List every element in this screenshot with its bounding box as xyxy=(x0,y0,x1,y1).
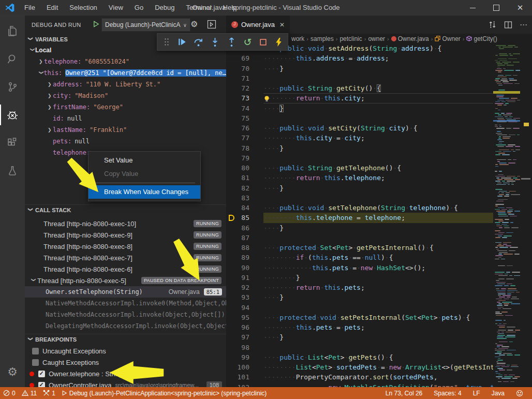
menu-go[interactable]: Go xyxy=(129,0,149,16)
start-debug-icon[interactable] xyxy=(92,20,100,28)
line-number[interactable]: 99 xyxy=(226,352,263,362)
code-line-content[interactable]: ········List<Pet>·sortedPets·=·new·Array… xyxy=(263,362,493,372)
breakpoint-checkbox[interactable] xyxy=(38,382,45,388)
code-line-84[interactable]: 84····public·void·setTelephone(String·te… xyxy=(226,203,520,213)
code-line-94[interactable]: 94 xyxy=(226,303,520,313)
code-line-100[interactable]: 100········List<Pet>·sortedPets·=·new·Ar… xyxy=(226,362,520,372)
code-line-70[interactable]: 70····} xyxy=(226,64,520,73)
tab-owner-java[interactable]: Owner.java ✕ xyxy=(226,16,290,34)
variable-row-this[interactable]: ❯this:Owner@251 "[Owner@7ddce0cd id = [n… xyxy=(25,67,226,79)
status-cursor-position[interactable]: Ln 73, Col 26 xyxy=(382,387,426,399)
code-line-72[interactable]: 72····public·String·getCity()·{ xyxy=(226,83,520,93)
code-line-81[interactable]: 81········return·this.telephone; xyxy=(226,173,520,183)
code-line-content[interactable]: ········return·this.telephone; xyxy=(263,173,493,183)
code-line-content[interactable]: ········if·(this.pets·==·null)·{ xyxy=(263,253,493,262)
sidebar-item-search[interactable] xyxy=(0,48,25,70)
code-line-content[interactable]: ········PropertyComparator.sort(sortedPe… xyxy=(263,372,493,382)
line-number[interactable]: 70 xyxy=(226,64,263,73)
code-line-77[interactable]: 77········this.city·=·city; xyxy=(226,133,520,143)
variable-row-firstname[interactable]: ❯firstName:"George" xyxy=(25,101,226,113)
menu-file[interactable]: File xyxy=(19,0,41,16)
code-line-91[interactable]: 91········} xyxy=(226,273,520,283)
minimize-button[interactable] xyxy=(461,0,484,16)
line-number[interactable]: 82 xyxy=(226,183,263,193)
code-line-74[interactable]: 74····} xyxy=(226,104,520,113)
status-debug-session[interactable]: Debug (Launch)-PetClinicApplication<spri… xyxy=(58,387,270,399)
breakpoint-row[interactable]: Uncaught Exceptions xyxy=(25,345,226,357)
twistie-icon[interactable]: ❯ xyxy=(39,70,44,75)
line-number[interactable]: 100 xyxy=(226,362,263,372)
breakpoint-checkbox[interactable] xyxy=(32,359,39,366)
code-line-content[interactable]: ····} xyxy=(263,64,493,73)
code-line-content[interactable]: ····public·void·setTelephone(String·tele… xyxy=(263,203,493,213)
settings-button[interactable]: ⚙ xyxy=(0,360,25,383)
code-line-content[interactable] xyxy=(263,303,493,313)
menu-edit[interactable]: Edit xyxy=(41,0,64,16)
variable-row-address[interactable]: ❯address:"110 W. Liberty St." xyxy=(25,79,226,90)
breadcrumb-item-getcity[interactable]: getCity() xyxy=(474,35,497,42)
restart-icon[interactable]: ↺ xyxy=(243,37,252,47)
code-line-79[interactable]: 79 xyxy=(226,153,520,163)
status-warnings[interactable]: 11 xyxy=(19,387,40,399)
menu-debug[interactable]: Debug xyxy=(149,0,180,16)
status-indentation[interactable]: Spaces: 4 xyxy=(430,387,465,399)
stack-frame-row[interactable]: DelegatingMethodAccessorImpl.invoke(Obje… xyxy=(25,320,226,332)
debug-config-dropdown[interactable]: Debug (Launch)-PetClinicA ∨ xyxy=(101,18,190,32)
code-line-content[interactable]: ····public·void·setAddress(String·addres… xyxy=(263,43,493,53)
status-errors[interactable]: 0 xyxy=(0,387,19,399)
split-editor-icon[interactable] xyxy=(504,21,512,29)
code-line-content[interactable]: ········this.city·=·city; xyxy=(263,133,493,143)
line-number[interactable]: 87 xyxy=(226,233,263,243)
line-number[interactable]: 93 xyxy=(226,292,263,302)
menu-item-break-when-value-changes[interactable]: Break When Value Changes xyxy=(88,185,200,199)
line-number[interactable]: 80 xyxy=(226,163,263,173)
code-line-83[interactable]: 83 xyxy=(226,193,520,203)
code-line-99[interactable]: 99····public·List<Pet>·getPets()·{ xyxy=(226,352,520,362)
configure-gear-icon[interactable]: ⚙ xyxy=(190,19,198,29)
code-line-78[interactable]: 78····} xyxy=(226,143,520,153)
breadcrumb-item-petclinic[interactable]: petclinic xyxy=(339,35,362,42)
line-number[interactable]: 95 xyxy=(226,313,263,322)
twistie-icon[interactable]: ❯ xyxy=(30,48,35,53)
open-debug-console-icon[interactable] xyxy=(207,20,216,29)
menu-terminal[interactable]: Terminal xyxy=(180,0,217,16)
call-stack-section-header[interactable]: ❯ CALL STACK xyxy=(25,204,226,215)
code-line-content[interactable]: ····} xyxy=(263,143,493,153)
code-line-102[interactable]: 102················new·MutableSortDefini… xyxy=(226,382,520,388)
code-line-content[interactable]: ····} xyxy=(263,183,493,193)
code-line-93[interactable]: 93····} xyxy=(226,292,520,302)
line-number[interactable]: 83 xyxy=(226,193,263,203)
line-number[interactable]: 92 xyxy=(226,283,263,292)
breadcrumb-item-work[interactable]: work xyxy=(291,35,304,42)
code-line-content[interactable]: ····} xyxy=(263,223,493,233)
more-actions-icon[interactable]: ⋯ xyxy=(520,20,528,29)
line-number[interactable]: 75 xyxy=(226,113,263,123)
continue-icon[interactable] xyxy=(178,37,187,47)
code-line-content[interactable]: ············this.pets·=·new·HashSet<>(); xyxy=(263,263,493,273)
drag-handle-icon[interactable] xyxy=(162,37,171,47)
variable-row-lastname[interactable]: ❯lastName:"Franklin" xyxy=(25,124,226,136)
code-line-88[interactable]: 88····protected·Set<Pet>·getPetsInternal… xyxy=(226,243,520,253)
close-button[interactable]: ✕ xyxy=(508,0,532,16)
menu-view[interactable]: View xyxy=(103,0,129,16)
line-number[interactable]: 71 xyxy=(226,73,263,83)
code-line-82[interactable]: 82····} xyxy=(226,183,520,193)
twistie-icon[interactable]: ❯ xyxy=(39,59,44,64)
line-number[interactable]: 74 xyxy=(226,104,263,113)
sidebar-item-source-control[interactable] xyxy=(0,76,25,98)
line-number[interactable]: 81 xyxy=(226,173,263,183)
code-line-content[interactable]: ····public·List<Pet>·getPets()·{ xyxy=(263,352,493,362)
code-line-85[interactable]: 85········this.telephone·=·telephone; xyxy=(226,213,520,223)
breadcrumb-item-owner[interactable]: Owner xyxy=(442,35,460,42)
sidebar-item-run-and-debug[interactable] xyxy=(0,104,25,126)
code-line-87[interactable]: 87 xyxy=(226,233,520,243)
line-number[interactable]: 84 xyxy=(226,203,263,213)
code-line-73[interactable]: 73········return·this.city; xyxy=(226,93,520,103)
stack-frame-row[interactable]: Owner.setTelephone(String)Owner.java85:1 xyxy=(25,286,226,298)
code-line-content[interactable]: ········this.pets·=·pets; xyxy=(263,322,493,332)
status-language-mode[interactable]: Java xyxy=(488,387,508,399)
code-line-95[interactable]: 95····protected·void·setPetsInternal(Set… xyxy=(226,313,520,322)
code-line-content[interactable]: ········return·this.pets; xyxy=(263,283,493,292)
code-line-content[interactable]: ····public·String·getTelephone()·{ xyxy=(263,163,493,173)
twistie-icon[interactable]: ❯ xyxy=(48,127,53,132)
